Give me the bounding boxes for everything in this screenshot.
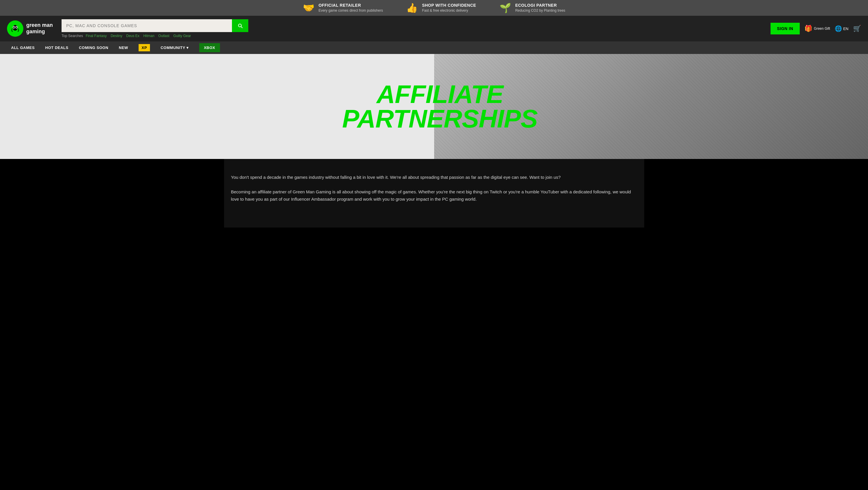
search-icon <box>237 23 243 29</box>
top-searches: Top Searches Final Fantasy Destiny Deus … <box>62 34 248 38</box>
search-link-deus-ex[interactable]: Deus Ex <box>126 34 140 38</box>
search-link-outlast[interactable]: Outlast <box>158 34 169 38</box>
hero-title-line1: AFFILIATE <box>342 82 537 106</box>
language-selector[interactable]: 🌐 EN <box>835 25 848 32</box>
nav-new[interactable]: NEW <box>114 41 133 54</box>
logo-text: green mangaming <box>26 22 53 35</box>
search-button[interactable] <box>232 19 248 32</box>
search-link-destiny[interactable]: Destiny <box>111 34 122 38</box>
svg-point-5 <box>16 27 17 28</box>
nav-hot-deals[interactable]: HOT DEALS <box>40 41 74 54</box>
hero-banner: AFFILIATE PARTNERSHIPS <box>0 54 868 159</box>
logo-link[interactable]: green mangaming <box>7 21 53 37</box>
nav-community[interactable]: COMMUNITY ▾ <box>155 41 194 54</box>
nav-coming-soon[interactable]: COMING SOON <box>73 41 114 54</box>
handshake-icon: 🤝 <box>303 3 314 12</box>
logo-alien-icon <box>10 23 21 34</box>
search-link-hitman[interactable]: Hitman <box>143 34 154 38</box>
content-paragraph-2: Becoming an affiliate partner of Green M… <box>231 188 637 203</box>
search-bar <box>62 19 248 32</box>
logo-circle <box>7 21 23 37</box>
banner-title-retailer: OFFICIAL RETAILER <box>319 3 383 8</box>
search-link-guilty-gear[interactable]: Guilty Gear <box>173 34 191 38</box>
top-searches-label: Top Searches <box>62 34 83 38</box>
banner-title-ecologi: ECOLOGI PARTNER <box>515 3 565 8</box>
language-label: EN <box>843 27 848 31</box>
search-area: Top Searches Final Fantasy Destiny Deus … <box>62 19 248 38</box>
green-gift-label: Green Gift <box>814 27 830 31</box>
gift-icon: 🎁 <box>804 25 812 32</box>
header-right: SIGN IN 🎁 Green Gift 🌐 EN 🛒 <box>771 23 861 34</box>
search-input[interactable] <box>62 19 232 32</box>
top-banner: 🤝 OFFICIAL RETAILER Every game comes dir… <box>0 0 868 16</box>
content-paragraph-1: You don't spend a decade in the games in… <box>231 173 637 181</box>
globe-icon: 🌐 <box>835 25 842 32</box>
dropdown-arrow-icon: ▾ <box>186 45 189 50</box>
green-gift-button[interactable]: 🎁 Green Gift <box>804 25 830 32</box>
banner-subtitle-retailer: Every game comes direct from publishers <box>319 8 383 12</box>
leaf-icon: 🌱 <box>499 3 511 12</box>
banner-item-ecologi: 🌱 ECOLOGI PARTNER Reducing CO2 by Planti… <box>499 3 565 13</box>
sign-in-button[interactable]: SIGN IN <box>771 23 800 34</box>
banner-subtitle-ecologi: Reducing CO2 by Planting trees <box>515 8 565 12</box>
banner-title-confidence: SHOP WITH CONFIDENCE <box>422 3 476 8</box>
thumbsup-icon: 👍 <box>406 3 418 12</box>
banner-item-confidence: 👍 SHOP WITH CONFIDENCE Fast & free elect… <box>406 3 476 13</box>
nav-all-games[interactable]: ALL GAMES <box>6 41 40 54</box>
banner-subtitle-confidence: Fast & free electronic delivery <box>422 8 468 12</box>
xbox-badge: XBOX <box>199 43 220 52</box>
community-label: COMMUNITY <box>160 45 185 50</box>
svg-point-4 <box>13 27 14 28</box>
nav-xbox[interactable]: XBOX <box>194 41 225 54</box>
main-nav: ALL GAMES HOT DEALS COMING SOON NEW XP C… <box>0 41 868 54</box>
hero-title-line2: PARTNERSHIPS <box>342 106 537 131</box>
hero-text: AFFILIATE PARTNERSHIPS <box>331 82 537 131</box>
main-content: You don't spend a decade in the games in… <box>224 159 644 228</box>
banner-item-retailer: 🤝 OFFICIAL RETAILER Every game comes dir… <box>303 3 383 13</box>
xp-badge: XP <box>138 44 150 51</box>
nav-xp[interactable]: XP <box>133 41 155 54</box>
search-link-final-fantasy[interactable]: Final Fantasy <box>86 34 107 38</box>
cart-button[interactable]: 🛒 <box>853 25 861 32</box>
header: green mangaming Top Searches Final Fanta… <box>0 16 868 41</box>
